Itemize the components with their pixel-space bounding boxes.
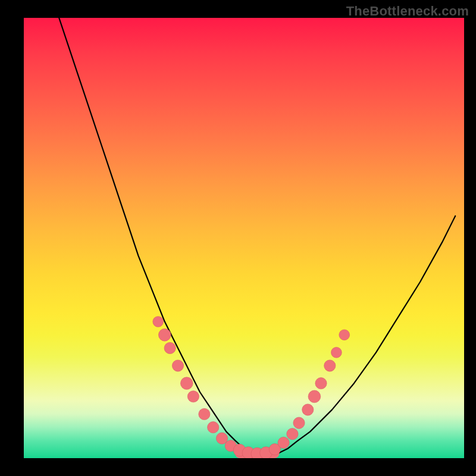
data-marker bbox=[164, 342, 176, 353]
bottleneck-chart bbox=[24, 18, 464, 458]
data-marker bbox=[293, 417, 305, 428]
data-marker bbox=[199, 408, 210, 419]
data-marker bbox=[324, 360, 336, 371]
data-marker bbox=[278, 437, 289, 448]
chart-frame: TheBottleneck.com bbox=[0, 0, 476, 476]
data-marker bbox=[153, 317, 164, 327]
data-marker bbox=[208, 422, 219, 433]
data-marker bbox=[287, 428, 298, 440]
data-marker bbox=[331, 347, 342, 358]
watermark-text: TheBottleneck.com bbox=[346, 4, 469, 19]
data-marker bbox=[308, 390, 321, 403]
data-marker bbox=[216, 433, 227, 444]
plot-area bbox=[24, 18, 464, 458]
data-marker bbox=[180, 377, 193, 390]
data-marker bbox=[158, 328, 171, 341]
data-marker bbox=[187, 391, 199, 402]
data-marker bbox=[339, 330, 350, 340]
data-marker bbox=[172, 360, 183, 371]
data-marker bbox=[315, 378, 327, 389]
data-marker bbox=[302, 404, 314, 415]
curve-line bbox=[59, 18, 455, 455]
